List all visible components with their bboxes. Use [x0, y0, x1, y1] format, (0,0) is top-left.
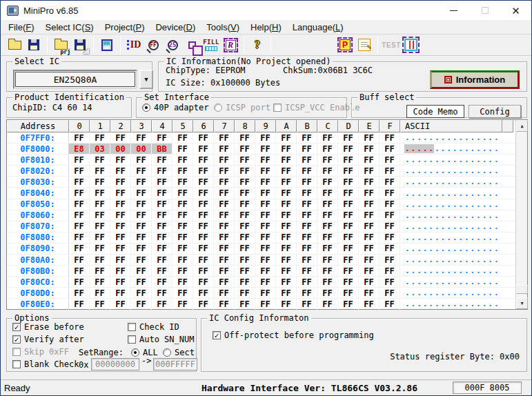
byte-cell[interactable]: FF: [338, 155, 359, 165]
byte-cell[interactable]: FF: [255, 299, 276, 309]
byte-cell[interactable]: FF: [276, 299, 297, 309]
byte-cell[interactable]: FF: [90, 244, 110, 254]
byte-cell[interactable]: FF: [276, 155, 297, 165]
tab-config[interactable]: Config: [469, 105, 521, 118]
byte-cell[interactable]: FF: [214, 299, 235, 309]
help-button[interactable]: ?: [248, 35, 267, 55]
byte-cell[interactable]: FF: [338, 266, 359, 276]
byte-cell[interactable]: FF: [110, 288, 131, 298]
byte-cell[interactable]: FF: [214, 166, 235, 176]
byte-cell[interactable]: FF: [152, 255, 173, 265]
byte-cell[interactable]: FF: [193, 266, 214, 276]
byte-cell[interactable]: FF: [317, 244, 338, 254]
byte-cell[interactable]: FF: [193, 255, 214, 265]
byte-cell[interactable]: FF: [276, 177, 297, 187]
byte-cell[interactable]: FF: [90, 177, 110, 187]
byte-cell[interactable]: BB: [152, 143, 173, 154]
byte-cell[interactable]: FF: [193, 244, 214, 254]
byte-cell[interactable]: FF: [297, 199, 317, 210]
byte-cell[interactable]: FF: [276, 188, 297, 198]
byte-cell[interactable]: FF: [110, 155, 131, 165]
byte-cell[interactable]: FF: [276, 166, 297, 176]
byte-cell[interactable]: FF: [359, 166, 380, 176]
checkbox-blank-check[interactable]: Blank Check: [12, 359, 79, 369]
byte-cell[interactable]: FF: [193, 221, 214, 232]
close-button[interactable]: ✕: [500, 1, 531, 20]
byte-cell[interactable]: FF: [214, 155, 235, 165]
byte-cell[interactable]: FF: [110, 132, 131, 143]
byte-cell[interactable]: FF: [297, 166, 317, 176]
ascii-cell[interactable]: ................: [400, 155, 502, 165]
byte-cell[interactable]: FF: [317, 132, 338, 143]
checkbox-verify-after[interactable]: ✓ Verify after: [12, 335, 84, 344]
tab-code-memo[interactable]: Code Memo: [406, 105, 464, 118]
byte-cell[interactable]: FF: [255, 244, 276, 254]
byte-cell[interactable]: FF: [152, 221, 173, 232]
byte-cell[interactable]: FF: [193, 277, 214, 287]
byte-cell[interactable]: FF: [69, 166, 90, 176]
byte-cell[interactable]: FF: [359, 155, 380, 165]
byte-cell[interactable]: FF: [235, 232, 255, 243]
byte-cell[interactable]: FF: [235, 288, 255, 298]
ascii-cell[interactable]: ................: [400, 277, 502, 287]
byte-cell[interactable]: FF: [173, 166, 193, 176]
radio-range-sect[interactable]: Sect: [163, 348, 195, 357]
byte-cell[interactable]: FF: [131, 177, 152, 187]
byte-cell[interactable]: FF: [297, 244, 317, 254]
chip-pins-button[interactable]: [401, 35, 420, 55]
byte-cell[interactable]: FF: [380, 255, 400, 265]
byte-cell[interactable]: FF: [317, 166, 338, 176]
byte-cell[interactable]: FF: [90, 132, 110, 143]
byte-cell[interactable]: FF: [317, 177, 338, 187]
ascii-cell[interactable]: ................: [400, 255, 502, 265]
byte-cell[interactable]: FF: [110, 166, 131, 176]
byte-cell[interactable]: FF: [359, 199, 380, 210]
byte-cell[interactable]: FF: [152, 155, 173, 165]
byte-cell[interactable]: FF: [380, 288, 400, 298]
byte-cell[interactable]: FF: [173, 299, 193, 309]
search-25-button[interactable]: 25: [163, 35, 182, 55]
checkbox-erase-before[interactable]: ✓ Erase before: [12, 322, 90, 332]
byte-cell[interactable]: FF: [359, 177, 380, 187]
byte-cell[interactable]: FF: [235, 299, 255, 309]
byte-cell[interactable]: 00: [131, 143, 152, 154]
byte-cell[interactable]: FF: [152, 277, 173, 287]
byte-cell[interactable]: FF: [90, 199, 110, 210]
byte-cell[interactable]: FF: [173, 221, 193, 232]
byte-cell[interactable]: FF: [69, 299, 90, 309]
byte-cell[interactable]: FF: [110, 266, 131, 276]
byte-cell[interactable]: FF: [214, 277, 235, 287]
device-memory-button[interactable]: [97, 35, 117, 55]
byte-cell[interactable]: FF: [380, 166, 400, 176]
byte-cell[interactable]: FF: [69, 199, 90, 210]
byte-cell[interactable]: FF: [380, 132, 400, 143]
byte-cell[interactable]: FF: [173, 277, 193, 287]
byte-cell[interactable]: FF: [255, 288, 276, 298]
byte-cell[interactable]: FF: [110, 177, 131, 187]
edit-notes-button[interactable]: ✎: [355, 35, 374, 55]
byte-cell[interactable]: FF: [110, 210, 131, 221]
byte-cell[interactable]: FF: [69, 277, 90, 287]
byte-cell[interactable]: FF: [235, 244, 255, 254]
ascii-cell[interactable]: ................: [400, 244, 502, 254]
ascii-cell[interactable]: ................: [400, 299, 502, 309]
ascii-cell[interactable]: ................: [400, 143, 502, 154]
byte-cell[interactable]: FF: [380, 155, 400, 165]
byte-cell[interactable]: FF: [90, 166, 110, 176]
byte-cell[interactable]: FF: [90, 188, 110, 198]
byte-cell[interactable]: FF: [110, 232, 131, 243]
byte-cell[interactable]: FF: [380, 266, 400, 276]
byte-cell[interactable]: FF: [255, 255, 276, 265]
byte-cell[interactable]: FF: [152, 199, 173, 210]
byte-cell[interactable]: FF: [193, 188, 214, 198]
menu-language[interactable]: Language(L): [287, 21, 349, 33]
byte-cell[interactable]: FF: [255, 277, 276, 287]
byte-cell[interactable]: FF: [173, 177, 193, 187]
byte-cell[interactable]: FF: [380, 232, 400, 243]
byte-cell[interactable]: FF: [235, 132, 255, 143]
byte-cell[interactable]: FF: [297, 221, 317, 232]
byte-cell[interactable]: FF: [255, 132, 276, 143]
byte-cell[interactable]: FF: [338, 132, 359, 143]
byte-cell[interactable]: FF: [193, 299, 214, 309]
byte-cell[interactable]: FF: [359, 143, 380, 154]
